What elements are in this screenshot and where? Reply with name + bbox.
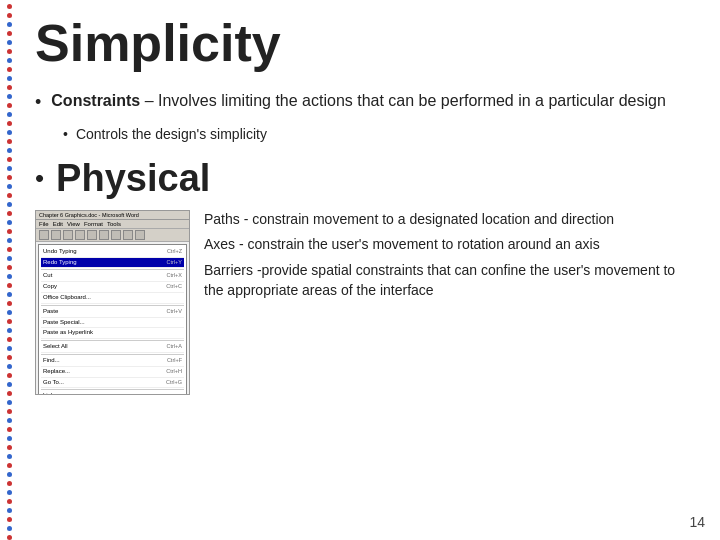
page-number: 14 (689, 514, 705, 530)
menu-separator (41, 305, 184, 306)
slide-content: Simplicity • Constraints – Involves limi… (25, 0, 710, 540)
constraints-body: Involves limiting the actions that can b… (158, 92, 666, 109)
sub-bullet-text: Controls the design's simplicity (76, 125, 267, 145)
menu-row: Go To...Ctrl+G (41, 378, 184, 389)
word-menu-dropdown: Undo TypingCtrl+Z Redo TypingCtrl+Y CutC… (38, 244, 187, 395)
left-border-decoration (0, 0, 18, 540)
menu-row: Replace...Ctrl+H (41, 367, 184, 378)
paths-item-1: Paths - constrain movement to a designat… (204, 210, 690, 230)
physical-label: Physical (56, 157, 210, 200)
menu-row: Undo TypingCtrl+Z (41, 247, 184, 258)
paths-axes-barriers-text: Paths - constrain movement to a designat… (204, 210, 690, 300)
menu-row: PasteCtrl+V (41, 307, 184, 318)
bullet-dot-2: • (35, 163, 44, 194)
constraints-separator: – (140, 92, 158, 109)
bullet-constraints-text: Constraints – Involves limiting the acti… (51, 90, 666, 112)
menu-row: CutCtrl+X (41, 271, 184, 282)
menu-separator (41, 354, 184, 355)
menu-row: Paste as Hyperlink (41, 328, 184, 339)
bullet-constraints: • Constraints – Involves limiting the ac… (35, 90, 690, 113)
menu-row: Office Clipboard... (41, 293, 184, 304)
word-titlebar: Chapter 6 Graphics.doc - Microsoft Word (36, 211, 189, 220)
constraints-label: Constraints (51, 92, 140, 109)
sub-bullet-controls: • Controls the design's simplicity (63, 125, 690, 145)
word-screenshot: Chapter 6 Graphics.doc - Microsoft Word … (35, 210, 190, 395)
menu-separator (41, 389, 184, 390)
paths-item-2: Axes - constrain the user's movement to … (204, 235, 690, 255)
menu-separator (41, 340, 184, 341)
sub-bullet-dot: • (63, 126, 68, 142)
bullet-dot-1: • (35, 92, 41, 113)
menu-row: Find...Ctrl+F (41, 356, 184, 367)
word-toolbar (36, 229, 189, 242)
menu-row-highlighted: Redo TypingCtrl+Y (41, 258, 184, 269)
bullet-physical: • Physical (35, 157, 690, 200)
menu-row: CopyCtrl+C (41, 282, 184, 293)
menu-separator (41, 269, 184, 270)
menu-row: Links (41, 391, 184, 394)
word-menubar: File Edit View Format Tools (36, 220, 189, 229)
menu-row: Select AllCtrl+A (41, 342, 184, 353)
menu-row: Paste Special... (41, 318, 184, 329)
paths-item-3: Barriers -provide spatial constraints th… (204, 261, 690, 300)
slide-title: Simplicity (35, 15, 690, 72)
lower-section: Chapter 6 Graphics.doc - Microsoft Word … (35, 210, 690, 395)
